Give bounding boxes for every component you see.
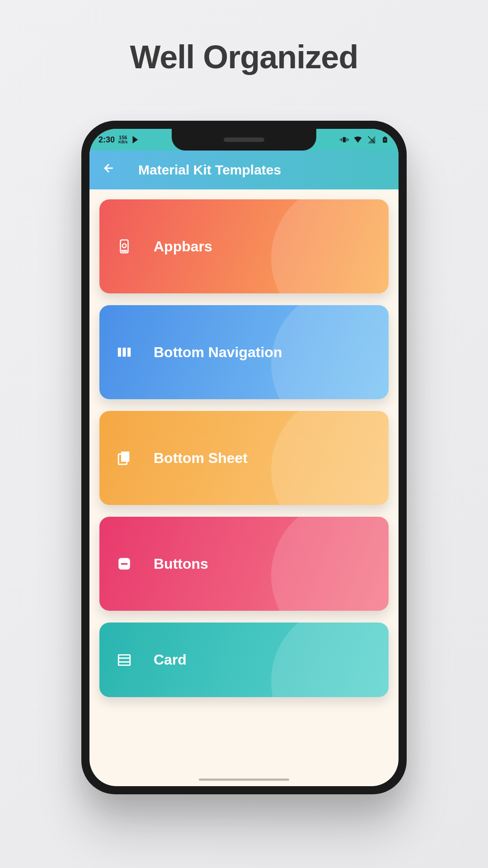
card-list: Appbars Bottom Navigation Bottom Sheet — [89, 189, 399, 697]
columns-icon — [116, 344, 133, 361]
phone-screen: 2:30 156 KB/s — [89, 129, 399, 786]
card-bottom-sheet[interactable]: Bottom Sheet — [99, 411, 389, 505]
status-speed-unit: KB/s — [118, 140, 128, 144]
svg-rect-3 — [340, 139, 341, 140]
card-label: Appbars — [154, 238, 212, 255]
app-title: Material Kit Templates — [138, 162, 281, 178]
card-label: Bottom Navigation — [154, 344, 282, 361]
status-speed: 156 KB/s — [118, 135, 128, 144]
svg-rect-0 — [343, 137, 346, 142]
app-header: Material Kit Templates — [89, 151, 399, 189]
battery-charging-icon — [380, 135, 389, 144]
minus-square-icon — [116, 555, 133, 572]
decorative-blob — [271, 199, 389, 293]
svg-point-8 — [122, 244, 127, 248]
svg-rect-12 — [118, 348, 121, 357]
svg-rect-14 — [127, 348, 131, 357]
appbars-icon — [116, 238, 133, 255]
svg-rect-15 — [121, 452, 129, 462]
status-left: 2:30 156 KB/s — [99, 135, 141, 145]
copy-icon — [116, 449, 133, 467]
phone-frame: 2:30 156 KB/s — [81, 121, 407, 794]
svg-rect-19 — [118, 655, 130, 665]
svg-point-9 — [122, 250, 123, 251]
card-card[interactable]: Card — [99, 623, 389, 697]
card-label: Bottom Sheet — [154, 450, 248, 467]
home-indicator[interactable] — [199, 778, 289, 781]
svg-point-10 — [124, 250, 125, 251]
svg-rect-13 — [122, 348, 126, 357]
card-label: Card — [154, 651, 187, 668]
card-label: Buttons — [154, 556, 208, 572]
signal-icon — [367, 135, 376, 144]
notch-speaker — [224, 137, 264, 142]
back-arrow-icon[interactable] — [102, 161, 116, 179]
decorative-blob — [271, 623, 389, 697]
svg-rect-18 — [121, 563, 127, 565]
wifi-icon — [353, 135, 362, 144]
decorative-blob — [271, 517, 389, 611]
status-right — [340, 135, 389, 144]
status-time: 2:30 — [99, 135, 115, 145]
svg-rect-6 — [384, 137, 386, 137]
vibrate-icon — [340, 135, 349, 144]
card-appbars[interactable]: Appbars — [99, 199, 389, 293]
svg-rect-1 — [341, 138, 342, 142]
device-notch — [172, 129, 316, 151]
page-headline: Well Organized — [130, 38, 358, 75]
play-store-icon — [131, 135, 141, 144]
svg-rect-4 — [348, 139, 349, 140]
card-bottom-navigation[interactable]: Bottom Navigation — [99, 305, 389, 399]
svg-point-11 — [126, 250, 127, 251]
card-layout-icon — [116, 651, 133, 669]
decorative-blob — [271, 411, 389, 505]
svg-rect-2 — [347, 138, 347, 142]
decorative-blob — [271, 305, 389, 399]
card-buttons[interactable]: Buttons — [99, 517, 389, 611]
